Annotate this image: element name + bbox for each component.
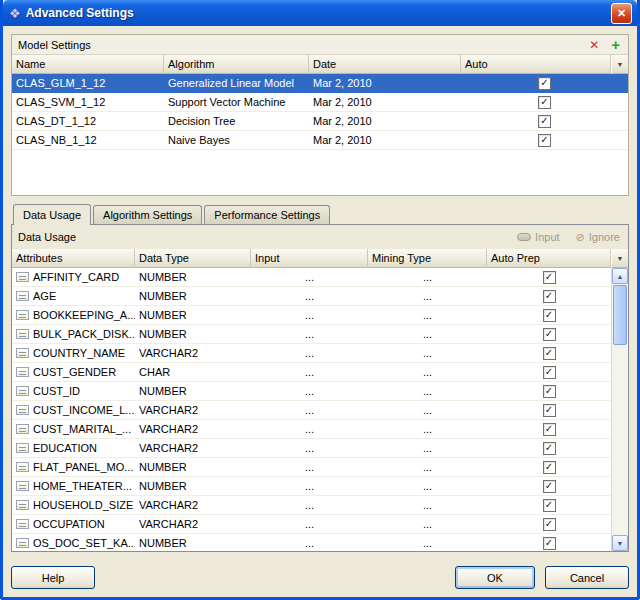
auto-checkbox[interactable]: ✓: [538, 115, 551, 128]
model-row[interactable]: CLAS_SVM_1_12Support Vector MachineMar 2…: [12, 93, 628, 112]
usage-col-data-type[interactable]: Data Type: [135, 249, 251, 268]
auto-prep-checkbox[interactable]: ✓: [543, 423, 556, 436]
delete-model-icon[interactable]: ✕: [589, 39, 599, 51]
input-cell[interactable]: ...: [251, 401, 368, 419]
attribute-row[interactable]: OCCUPATIONVARCHAR2......✓: [12, 515, 611, 534]
input-cell[interactable]: ...: [251, 344, 368, 362]
tab-algorithm-settings[interactable]: Algorithm Settings: [93, 205, 202, 224]
attribute-row[interactable]: CUST_GENDERCHAR......✓: [12, 363, 611, 382]
input-cell[interactable]: ...: [251, 306, 368, 324]
scrollbar-thumb[interactable]: [613, 285, 627, 345]
mining-type-cell[interactable]: ...: [368, 496, 487, 514]
model-row[interactable]: CLAS_DT_1_12Decision TreeMar 2, 2010✓: [12, 112, 628, 131]
title-bar[interactable]: ❖ Advanced Settings ✕: [3, 0, 637, 26]
attribute-row[interactable]: BULK_PACK_DISK...NUMBER......✓: [12, 325, 611, 344]
mining-type-cell[interactable]: ...: [368, 363, 487, 381]
mining-type-cell[interactable]: ...: [368, 287, 487, 305]
scrollbar-track[interactable]: [612, 346, 628, 535]
input-cell[interactable]: ...: [251, 515, 368, 533]
attribute-name: HOUSEHOLD_SIZE: [33, 499, 133, 511]
input-cell[interactable]: ...: [251, 420, 368, 438]
auto-prep-checkbox[interactable]: ✓: [543, 271, 556, 284]
input-icon: [517, 233, 531, 241]
input-cell[interactable]: ...: [251, 496, 368, 514]
attribute-row[interactable]: AFFINITY_CARDNUMBER......✓: [12, 268, 611, 287]
auto-prep-cell: ✓: [487, 382, 611, 400]
usage-col-mining-type[interactable]: Mining Type: [368, 249, 487, 268]
attribute-cell: OS_DOC_SET_KA...: [12, 534, 135, 551]
mining-type-cell[interactable]: ...: [368, 382, 487, 400]
attribute-row[interactable]: CUST_IDNUMBER......✓: [12, 382, 611, 401]
ignore-button[interactable]: ⊘ Ignore: [576, 231, 620, 243]
attribute-row[interactable]: FLAT_PANEL_MO...NUMBER......✓: [12, 458, 611, 477]
help-button[interactable]: Help: [11, 566, 95, 589]
model-row[interactable]: CLAS_GLM_1_12Generalized Linear ModelMar…: [12, 74, 628, 93]
auto-prep-checkbox[interactable]: ✓: [543, 537, 556, 550]
attribute-row[interactable]: CUST_MARITAL_...VARCHAR2......✓: [12, 420, 611, 439]
input-cell[interactable]: ...: [251, 458, 368, 476]
auto-prep-checkbox[interactable]: ✓: [543, 385, 556, 398]
input-cell[interactable]: ...: [251, 325, 368, 343]
auto-prep-checkbox[interactable]: ✓: [543, 366, 556, 379]
auto-prep-checkbox[interactable]: ✓: [543, 442, 556, 455]
attribute-row[interactable]: HOUSEHOLD_SIZEVARCHAR2......✓: [12, 496, 611, 515]
auto-prep-checkbox[interactable]: ✓: [543, 480, 556, 493]
auto-prep-checkbox[interactable]: ✓: [543, 290, 556, 303]
mining-type-cell[interactable]: ...: [368, 306, 487, 324]
vertical-scrollbar[interactable]: ▲ ▼: [611, 268, 628, 551]
mining-type-cell[interactable]: ...: [368, 458, 487, 476]
scroll-down-button[interactable]: ▼: [612, 535, 628, 551]
auto-prep-checkbox[interactable]: ✓: [543, 404, 556, 417]
attribute-row[interactable]: AGENUMBER......✓: [12, 287, 611, 306]
mining-type-cell[interactable]: ...: [368, 477, 487, 495]
mining-type-cell[interactable]: ...: [368, 268, 487, 286]
close-button[interactable]: ✕: [611, 3, 632, 24]
input-button[interactable]: Input: [517, 231, 559, 243]
input-cell[interactable]: ...: [251, 363, 368, 381]
auto-prep-checkbox[interactable]: ✓: [543, 347, 556, 360]
attribute-row[interactable]: CUST_INCOME_L...VARCHAR2......✓: [12, 401, 611, 420]
mining-type-cell[interactable]: ...: [368, 534, 487, 551]
cancel-button[interactable]: Cancel: [545, 566, 629, 589]
auto-prep-checkbox[interactable]: ✓: [543, 518, 556, 531]
model-col-date[interactable]: Date: [309, 55, 461, 74]
attribute-row[interactable]: EDUCATIONVARCHAR2......✓: [12, 439, 611, 458]
usage-col-auto-prep[interactable]: Auto Prep: [487, 249, 611, 268]
mining-type-cell[interactable]: ...: [368, 325, 487, 343]
auto-prep-checkbox[interactable]: ✓: [543, 328, 556, 341]
usage-col-input[interactable]: Input: [251, 249, 368, 268]
auto-checkbox[interactable]: ✓: [538, 134, 551, 147]
input-cell[interactable]: ...: [251, 477, 368, 495]
auto-checkbox[interactable]: ✓: [538, 96, 551, 109]
add-model-icon[interactable]: +: [611, 37, 620, 52]
tab-performance-settings[interactable]: Performance Settings: [204, 205, 330, 224]
attribute-row[interactable]: COUNTRY_NAMEVARCHAR2......✓: [12, 344, 611, 363]
auto-prep-checkbox[interactable]: ✓: [543, 461, 556, 474]
tab-data-usage[interactable]: Data Usage: [13, 204, 91, 225]
mining-type-cell[interactable]: ...: [368, 344, 487, 362]
usage-header-dropdown-button[interactable]: ▼: [611, 249, 628, 268]
input-cell[interactable]: ...: [251, 439, 368, 457]
model-row[interactable]: CLAS_NB_1_12Naive BayesMar 2, 2010✓: [12, 131, 628, 150]
input-cell[interactable]: ...: [251, 382, 368, 400]
attribute-row[interactable]: OS_DOC_SET_KA...NUMBER......✓: [12, 534, 611, 551]
input-cell[interactable]: ...: [251, 268, 368, 286]
model-col-algorithm[interactable]: Algorithm: [164, 55, 309, 74]
model-col-auto[interactable]: Auto: [461, 55, 611, 74]
auto-prep-checkbox[interactable]: ✓: [543, 499, 556, 512]
input-cell[interactable]: ...: [251, 534, 368, 551]
mining-type-cell[interactable]: ...: [368, 420, 487, 438]
ok-button[interactable]: OK: [455, 566, 535, 589]
attribute-row[interactable]: BOOKKEEPING_A...NUMBER......✓: [12, 306, 611, 325]
input-cell[interactable]: ...: [251, 287, 368, 305]
auto-checkbox[interactable]: ✓: [538, 77, 551, 90]
mining-type-cell[interactable]: ...: [368, 401, 487, 419]
usage-col-attributes[interactable]: Attributes: [12, 249, 135, 268]
model-col-name[interactable]: Name: [12, 55, 164, 74]
mining-type-cell[interactable]: ...: [368, 439, 487, 457]
model-header-dropdown-button[interactable]: ▼: [611, 55, 628, 74]
scroll-up-button[interactable]: ▲: [612, 268, 628, 284]
auto-prep-checkbox[interactable]: ✓: [543, 309, 556, 322]
mining-type-cell[interactable]: ...: [368, 515, 487, 533]
attribute-row[interactable]: HOME_THEATER...NUMBER......✓: [12, 477, 611, 496]
